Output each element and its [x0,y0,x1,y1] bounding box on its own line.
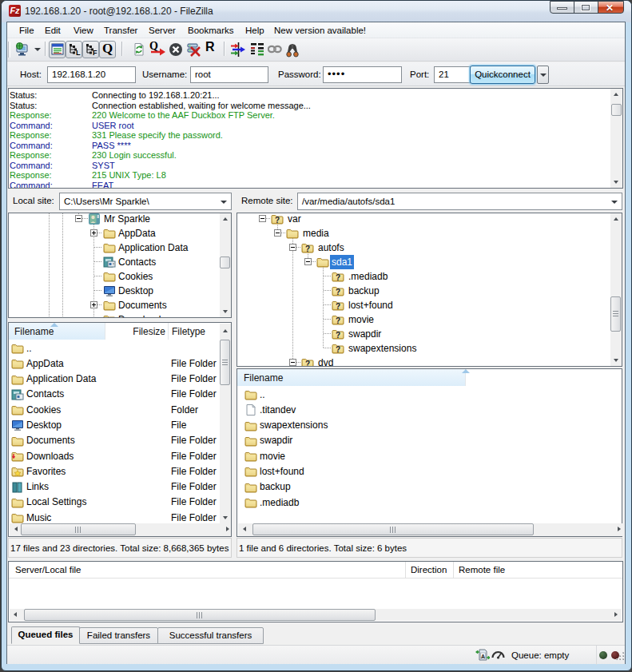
svg-text:L: L [76,49,81,56]
svg-text:A: A [481,654,485,659]
svg-text:F: F [93,49,97,56]
